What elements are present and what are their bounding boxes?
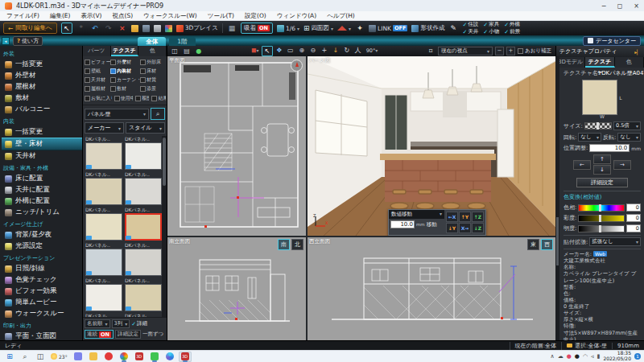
menu-item[interactable]: ファイル(F) (6, 12, 39, 20)
sidebar-item[interactable]: ニッチ/トリム (2, 207, 82, 218)
sort-select[interactable]: 名前順▾ (85, 319, 110, 328)
texture-swatch[interactable]: DKパネル.. (85, 278, 122, 311)
zoom-window-tool[interactable]: ▭ (286, 46, 295, 55)
fit-view-tool[interactable]: ❖ (275, 46, 284, 55)
detail-settings-button[interactable]: 詳細設定 (115, 330, 141, 339)
maker-select[interactable]: メーカー▾ (85, 122, 124, 134)
taskbar-clock[interactable]: 18:35 2022/05/20 (603, 351, 631, 362)
category-select[interactable]: パネル壁▾ (85, 109, 149, 120)
walk-tool[interactable]: 人 (353, 46, 363, 55)
line-app-icon[interactable] (148, 352, 161, 362)
one-face-label[interactable]: 一面ずつ (142, 331, 163, 338)
scrollbar-thumb[interactable] (163, 138, 166, 186)
menu-item[interactable]: ツール(T) (208, 12, 234, 20)
wand-icon[interactable]: ✦ (355, 23, 365, 33)
volume-icon[interactable]: ◃ (591, 353, 594, 360)
layer-checkbox[interactable]: ✓住設 (462, 22, 478, 28)
sidebar-item[interactable]: 一括変更 (2, 59, 82, 70)
position-input[interactable]: 10.0 (589, 144, 630, 152)
filter-checkbox[interactable]: 結果 (151, 95, 166, 102)
redo-button[interactable]: ↷ (104, 23, 114, 33)
move-right-button[interactable]: → (613, 160, 631, 170)
property-scrollbar[interactable] (555, 56, 559, 340)
quad-view-select[interactable]: ⊞ 四面図▾ (303, 24, 333, 32)
size-slider[interactable] (584, 122, 612, 130)
texture-swatch[interactable]: DKパネル.. (125, 207, 162, 241)
filter-checkbox[interactable]: 壁紙 (85, 68, 110, 75)
sidebar-item[interactable]: 簡単ムービー (2, 297, 82, 308)
sidebar-item[interactable]: バルコニー (2, 104, 82, 115)
sidebar-item[interactable]: ウォークスルー (2, 308, 82, 319)
menu-item[interactable]: 設定(O) (245, 12, 266, 20)
tray-app-icon[interactable]: ● (567, 353, 572, 360)
home-designer-app-icon[interactable]: 3D (133, 352, 146, 362)
slider-thumb[interactable] (599, 204, 601, 212)
layer-checkbox[interactable]: ✓天井 (462, 29, 478, 35)
tray-chevron-icon[interactable]: ∧ (551, 353, 555, 360)
pan-tool[interactable]: + (320, 46, 329, 55)
move-axis-button[interactable]: ↓Z (472, 223, 484, 233)
pin-icon[interactable]: ▸▏ (634, 49, 641, 55)
select-tool[interactable]: ↖ (262, 46, 273, 56)
size-scale-select[interactable]: 0.5倍▾ (613, 121, 641, 130)
view-next-button[interactable]: + (506, 47, 515, 56)
chat-app-icon[interactable] (72, 352, 85, 362)
shape-create-button[interactable]: 形状作成 (411, 24, 444, 32)
filter-checkbox[interactable]: 添景 (140, 85, 166, 93)
texture-swatch[interactable]: DKパネル.. (125, 171, 162, 205)
saturation-value[interactable]: 0 (626, 214, 641, 222)
filter-checkbox[interactable]: 敷材 (110, 85, 140, 93)
tilt-correction-checkbox[interactable]: あおり補正 (518, 47, 551, 55)
sidebar-item[interactable]: 壁・床材 (2, 138, 82, 150)
explorer-app-icon[interactable] (87, 352, 100, 362)
layer-checkbox[interactable]: ✓家具 (483, 22, 499, 28)
open-file-button[interactable] (131, 25, 138, 32)
select-tool-icon[interactable]: ↖ (61, 23, 72, 34)
paste-extend-select[interactable]: 拡張なし▾ (589, 237, 641, 246)
display-items-icon[interactable]: ▤ (182, 47, 192, 56)
snap-star-icon[interactable]: * (76, 23, 86, 33)
filter-checkbox[interactable]: 内装材 (110, 68, 140, 75)
sidebar-item[interactable]: 外構に配置 (2, 195, 82, 207)
filter-checkbox[interactable]: 天井材 (85, 76, 110, 84)
image-export-button[interactable] (165, 25, 172, 32)
filter-checkbox[interactable]: カーテン・布 (110, 76, 140, 84)
light-power-icon[interactable]: ● (194, 47, 204, 56)
help-button[interactable]: ?使い方 (13, 36, 43, 46)
roof-display-select[interactable]: ▾ (337, 26, 351, 31)
perspective-viewport[interactable]: パース図 (308, 56, 555, 236)
toggle-south[interactable]: 南 (278, 239, 290, 250)
south-elevation-viewport[interactable]: 南立面図 南 北 (167, 237, 306, 340)
weather-widget[interactable]: 23° (49, 352, 69, 362)
print-button[interactable] (154, 25, 161, 32)
tab-parts[interactable]: パーツ (83, 46, 111, 56)
flip-select[interactable]: なし▾ (617, 133, 641, 142)
sidebar-item[interactable]: 天井に配置 (2, 184, 82, 195)
continuous-toggle[interactable]: 連続ON (85, 330, 114, 339)
tab-texture[interactable]: テクスチャ (585, 57, 614, 68)
minimize-button[interactable]: ─ (602, 2, 606, 10)
detail-checkbox[interactable]: ✓詳細 (131, 320, 147, 327)
view-prev-button[interactable]: − (495, 47, 504, 56)
menu-item[interactable]: ウィンドウ(A) (277, 12, 316, 20)
move-distance-input[interactable]: 10.0 (390, 220, 415, 228)
notification-badge[interactable]: 1 (634, 353, 641, 360)
undo-button[interactable]: ↶ (90, 23, 100, 33)
texture-swatch[interactable]: DKパネル.. (125, 136, 162, 170)
filter-checkbox[interactable]: 外部床 (140, 59, 166, 66)
close-button[interactable]: × (634, 2, 639, 10)
chrome-app-icon[interactable] (118, 352, 130, 362)
opera-app-icon[interactable] (102, 352, 115, 362)
grid-icon[interactable]: ▦ (227, 23, 237, 33)
move-axis-button[interactable]: ↑Z (472, 212, 484, 222)
palette-scrollbar[interactable] (162, 136, 167, 317)
menu-item[interactable]: ヘルプ(H) (327, 12, 355, 20)
move-left-button[interactable]: ← (573, 160, 591, 170)
texture-swatch[interactable]: DKパネル.. (85, 171, 122, 205)
wifi-icon[interactable]: ◠ (583, 353, 588, 360)
toggle-west[interactable]: 西 (541, 239, 553, 250)
texture-swatch[interactable]: DKパネル.. (85, 136, 122, 170)
texture-swatch[interactable]: DKパネル.. (125, 242, 162, 276)
layer-checkbox[interactable]: ✓前景 (504, 29, 520, 35)
texture-swatch[interactable]: DKパネル.. (125, 278, 162, 311)
